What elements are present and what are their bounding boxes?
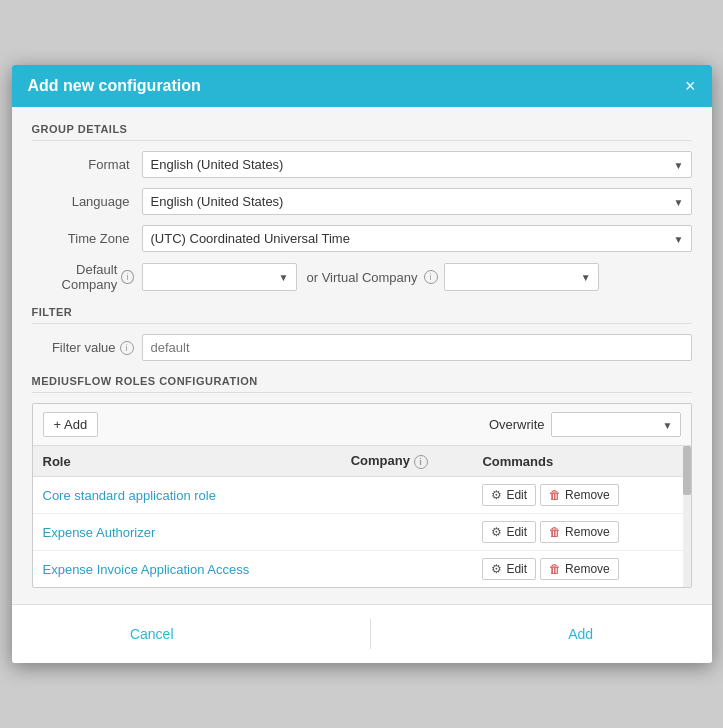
filter-value-row: Filter value i bbox=[32, 334, 692, 361]
format-label: Format bbox=[32, 157, 142, 172]
language-group: Language English (United States) bbox=[32, 188, 692, 215]
role-cell: Core standard application role bbox=[33, 477, 341, 514]
modal-header: Add new configuration × bbox=[12, 65, 712, 107]
commands-cell: ⚙ Edit🗑 Remove bbox=[472, 514, 690, 551]
add-role-button[interactable]: + Add bbox=[43, 412, 99, 437]
col-commands: Commands bbox=[472, 446, 690, 477]
language-select[interactable]: English (United States) bbox=[142, 188, 692, 215]
edit-button[interactable]: ⚙ Edit bbox=[482, 521, 536, 543]
scrollbar[interactable] bbox=[683, 446, 691, 587]
format-select[interactable]: English (United States) bbox=[142, 151, 692, 178]
company-row: Default Company i or Virtual Company i bbox=[32, 262, 692, 292]
modal-body: GROUP DETAILS Format English (United Sta… bbox=[12, 107, 712, 604]
modal-container: Add new configuration × GROUP DETAILS Fo… bbox=[12, 65, 712, 663]
overwrite-row: Overwrite bbox=[489, 412, 681, 437]
edit-button[interactable]: ⚙ Edit bbox=[482, 484, 536, 506]
roles-section-title: MEDIUSFLOW ROLES CONFIGURATION bbox=[32, 375, 692, 393]
roles-table-container: + Add Overwrite bbox=[32, 403, 692, 588]
role-cell: Expense Invoice Application Access bbox=[33, 551, 341, 588]
table-row: Expense Invoice Application Access⚙ Edit… bbox=[33, 551, 691, 588]
col-role: Role bbox=[33, 446, 341, 477]
timezone-select-wrapper[interactable]: (UTC) Coordinated Universal Time bbox=[142, 225, 692, 252]
scrollbar-thumb bbox=[683, 446, 691, 495]
virtual-company-info-icon: i bbox=[424, 270, 438, 284]
company-cell bbox=[341, 514, 473, 551]
add-button[interactable]: Add bbox=[528, 620, 633, 648]
filter-value-input[interactable] bbox=[142, 334, 692, 361]
commands-cell: ⚙ Edit🗑 Remove bbox=[472, 551, 690, 588]
roles-table-header-row: Role Company i Commands bbox=[33, 446, 691, 477]
close-button[interactable]: × bbox=[685, 77, 696, 95]
timezone-label: Time Zone bbox=[32, 231, 142, 246]
filter-value-label: Filter value i bbox=[32, 340, 142, 355]
default-company-info-icon: i bbox=[121, 270, 133, 284]
timezone-group: Time Zone (UTC) Coordinated Universal Ti… bbox=[32, 225, 692, 252]
cancel-button[interactable]: Cancel bbox=[90, 620, 214, 648]
table-row: Expense Authorizer⚙ Edit🗑 Remove bbox=[33, 514, 691, 551]
remove-button[interactable]: 🗑 Remove bbox=[540, 484, 619, 506]
company-col-info-icon: i bbox=[414, 455, 428, 469]
edit-button[interactable]: ⚙ Edit bbox=[482, 558, 536, 580]
overwrite-select-wrapper[interactable] bbox=[551, 412, 681, 437]
or-virtual-group: or Virtual Company i bbox=[307, 263, 599, 291]
language-label: Language bbox=[32, 194, 142, 209]
table-row: Core standard application role⚙ Edit🗑 Re… bbox=[33, 477, 691, 514]
roles-table-scroll: Role Company i Commands Core standard ap… bbox=[33, 446, 691, 587]
remove-button[interactable]: 🗑 Remove bbox=[540, 558, 619, 580]
format-group: Format English (United States) bbox=[32, 151, 692, 178]
trash-icon: 🗑 bbox=[549, 562, 561, 576]
overwrite-select[interactable] bbox=[551, 412, 681, 437]
filter-value-info-icon: i bbox=[120, 341, 134, 355]
default-company-label: Default Company i bbox=[32, 262, 142, 292]
trash-icon: 🗑 bbox=[549, 488, 561, 502]
modal-footer: Cancel Add bbox=[12, 604, 712, 663]
overwrite-label: Overwrite bbox=[489, 417, 545, 432]
role-cell: Expense Authorizer bbox=[33, 514, 341, 551]
language-select-wrapper[interactable]: English (United States) bbox=[142, 188, 692, 215]
trash-icon: 🗑 bbox=[549, 525, 561, 539]
group-details-section-title: GROUP DETAILS bbox=[32, 123, 692, 141]
gear-icon: ⚙ bbox=[491, 525, 502, 539]
remove-button[interactable]: 🗑 Remove bbox=[540, 521, 619, 543]
company-cell bbox=[341, 477, 473, 514]
company-cell bbox=[341, 551, 473, 588]
virtual-company-select-wrapper[interactable] bbox=[444, 263, 599, 291]
timezone-select[interactable]: (UTC) Coordinated Universal Time bbox=[142, 225, 692, 252]
filter-section: FILTER Filter value i bbox=[32, 306, 692, 361]
roles-section: MEDIUSFLOW ROLES CONFIGURATION + Add Ove… bbox=[32, 375, 692, 588]
roles-table: Role Company i Commands Core standard ap… bbox=[33, 446, 691, 587]
col-company: Company i bbox=[341, 446, 473, 477]
virtual-company-select[interactable] bbox=[444, 263, 599, 291]
commands-cell: ⚙ Edit🗑 Remove bbox=[472, 477, 690, 514]
default-company-select-wrapper[interactable] bbox=[142, 263, 297, 291]
filter-section-title: FILTER bbox=[32, 306, 692, 324]
format-select-wrapper[interactable]: English (United States) bbox=[142, 151, 692, 178]
roles-toolbar: + Add Overwrite bbox=[33, 404, 691, 446]
modal-title: Add new configuration bbox=[28, 77, 201, 95]
gear-icon: ⚙ bbox=[491, 562, 502, 576]
footer-divider bbox=[370, 619, 371, 649]
default-company-select[interactable] bbox=[142, 263, 297, 291]
gear-icon: ⚙ bbox=[491, 488, 502, 502]
